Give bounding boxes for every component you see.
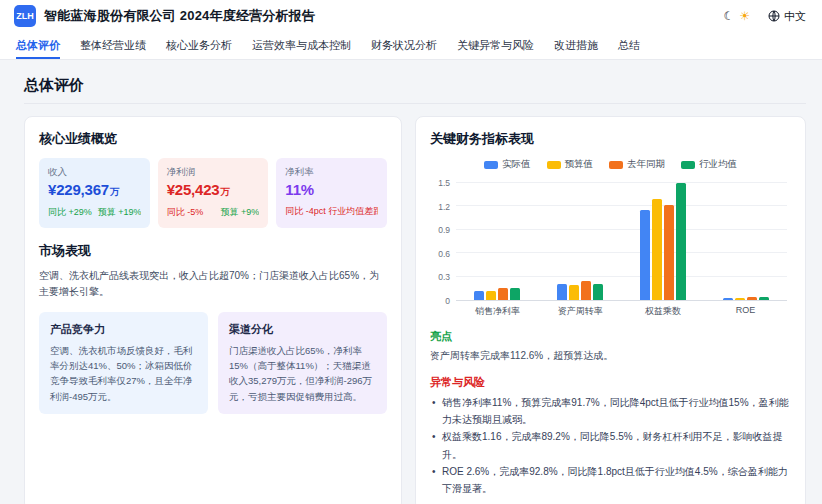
risk-heading: 异常与风险 [430,375,791,390]
key-indicators-card: 关键财务指标表现 实际值预算值去年同期行业均值 00.30.60.91.21.5… [415,116,806,504]
bar [723,298,733,300]
card-title: 关键财务指标表现 [430,130,791,148]
risk-list: 销售净利率11%，预算完成率91.7%，同比降4pct且低于行业均值15%，盈利… [430,394,791,497]
bar [747,297,757,300]
metric-box: 净利润¥25,423万同比 -5%预算 +9% [158,158,269,228]
bar [640,210,650,300]
sun-icon[interactable]: ☀ [739,10,750,22]
nav-tab[interactable]: 整体经营业绩 [80,32,146,59]
legend-item[interactable]: 去年同期 [609,158,665,171]
highlight-heading: 亮点 [430,329,791,344]
core-performance-card: 核心业绩概览 收入¥229,367万同比 +29%预算 +19%净利润¥25,4… [24,116,402,504]
y-tick-label: 1.5 [438,178,450,188]
bar [474,291,484,300]
globe-icon [768,10,780,22]
bar-group [622,183,705,300]
nav-tab[interactable]: 核心业务分析 [166,32,232,59]
legend-item[interactable]: 实际值 [484,158,531,171]
bar [569,285,579,300]
chart-y-axis: 00.30.60.91.21.5 [430,183,456,301]
bar [510,288,520,300]
bar [759,297,769,301]
metric-box: 净利率11%同比 -4pct 行业均值差距 -4% [276,158,387,228]
risk-item: ROE 2.6%，完成率92.8%，同比降1.8pct且低于行业均值4.5%，综… [430,463,791,497]
legend-swatch-icon [609,161,623,169]
y-tick-label: 0.6 [438,249,450,259]
bar [498,288,508,300]
x-tick-label: ROE [704,305,787,318]
legend-label: 预算值 [565,158,594,171]
legend-swatch-icon [681,161,695,169]
subcard: 产品竞争力空调、洗衣机市场反馈良好，毛利率分别达41%、50%；冰箱因低价竞争导… [39,312,208,414]
bar [486,291,496,300]
bar-group [456,183,539,300]
main-content: 总体评价 核心业绩概览 收入¥229,367万同比 +29%预算 +19%净利润… [0,60,822,504]
legend-swatch-icon [547,161,561,169]
metric-label: 收入 [48,166,141,179]
app-title: 智能蓝海股份有限公司 2024年度经营分析报告 [44,7,315,25]
metric-boxes: 收入¥229,367万同比 +29%预算 +19%净利润¥25,423万同比 -… [39,158,387,228]
nav-tab[interactable]: 关键异常与风险 [457,32,534,59]
app-header: ZLH 智能蓝海股份有限公司 2024年度经营分析报告 ☾ ☀ 中文 [0,0,822,32]
metric-unit: 万 [110,186,119,197]
language-switcher[interactable]: 中文 [768,9,806,24]
subcards: 产品竞争力空调、洗衣机市场反馈良好，毛利率分别达41%、50%；冰箱因低价竞争导… [39,312,387,414]
legend-item[interactable]: 预算值 [547,158,594,171]
x-tick-label: 资产周转率 [539,305,622,318]
bar [652,199,662,300]
theme-toggle[interactable]: ☾ ☀ [723,10,750,22]
metric-trend: 同比 +29% [48,206,92,219]
nav-tab[interactable]: 财务状况分析 [371,32,437,59]
metric-label: 净利率 [285,166,378,179]
subcard-title: 产品竞争力 [50,322,197,337]
legend-swatch-icon [484,161,498,169]
bar [676,183,686,300]
subcard-text: 空调、洗衣机市场反馈良好，毛利率分别达41%、50%；冰箱因低价竞争导致毛利率仅… [50,343,197,404]
market-text: 空调、洗衣机产品线表现突出，收入占比超70%；门店渠道收入占比65%，为主要增长… [39,268,387,300]
risk-item: 销售净利率11%，预算完成率91.7%，同比降4pct且低于行业均值15%，盈利… [430,394,791,428]
subcard-text: 门店渠道收入占比65%，净利率15%（高于整体11%）；天猫渠道收入35,279… [229,343,376,404]
nav-tab[interactable]: 改进措施 [554,32,598,59]
y-tick-label: 0 [445,296,450,306]
legend-item[interactable]: 行业均值 [681,158,737,171]
metric-trends: 同比 -5%预算 +9% [167,206,260,219]
metric-label: 净利润 [167,166,260,179]
subcard: 渠道分化门店渠道收入占比65%，净利率15%（高于整体11%）；天猫渠道收入35… [218,312,387,414]
bar-group [704,183,787,300]
top-grid: 核心业绩概览 收入¥229,367万同比 +29%预算 +19%净利润¥25,4… [24,116,806,504]
x-tick-label: 权益乘数 [622,305,705,318]
app-logo: ZLH [14,5,36,27]
nav-tab[interactable]: 总体评价 [16,32,60,59]
bar [593,284,603,300]
language-label: 中文 [784,9,806,24]
y-tick-label: 0.3 [438,272,450,282]
y-tick-label: 0.9 [438,225,450,235]
market-section-title: 市场表现 [39,242,387,260]
x-tick-label: 销售净利率 [456,305,539,318]
metric-trend: 同比 -4pct 行业均值差距 -4% [285,205,378,218]
bar [735,298,745,300]
bar-group [539,183,622,300]
metric-trend: 同比 -5% [167,206,204,219]
card-title: 核心业绩概览 [39,130,387,148]
metric-box: 收入¥229,367万同比 +29%预算 +19% [39,158,150,228]
bar [557,284,567,300]
metric-trends: 同比 -4pct 行业均值差距 -4% [285,205,378,218]
metric-value: 11% [285,181,378,198]
bar-chart: 00.30.60.91.21.5 [430,183,787,301]
nav-tab[interactable]: 总结 [618,32,640,59]
metric-trend: 预算 +9% [221,206,260,219]
nav-tab[interactable]: 运营效率与成本控制 [252,32,351,59]
subcard-title: 渠道分化 [229,322,376,337]
page-title: 总体评价 [24,76,806,95]
legend-label: 去年同期 [627,158,665,171]
risk-item: 权益乘数1.16，完成率89.2%，同比降5.5%，财务杠杆利用不足，影响收益提… [430,428,791,462]
metric-trend: 预算 +19% [98,206,141,219]
highlight-text: 资产周转率完成率112.6%，超预算达成。 [430,348,791,364]
moon-icon[interactable]: ☾ [723,10,734,22]
legend-label: 行业均值 [699,158,737,171]
bar [581,281,591,300]
title-divider [24,103,806,104]
legend-label: 实际值 [502,158,531,171]
chart-plot [456,183,787,301]
